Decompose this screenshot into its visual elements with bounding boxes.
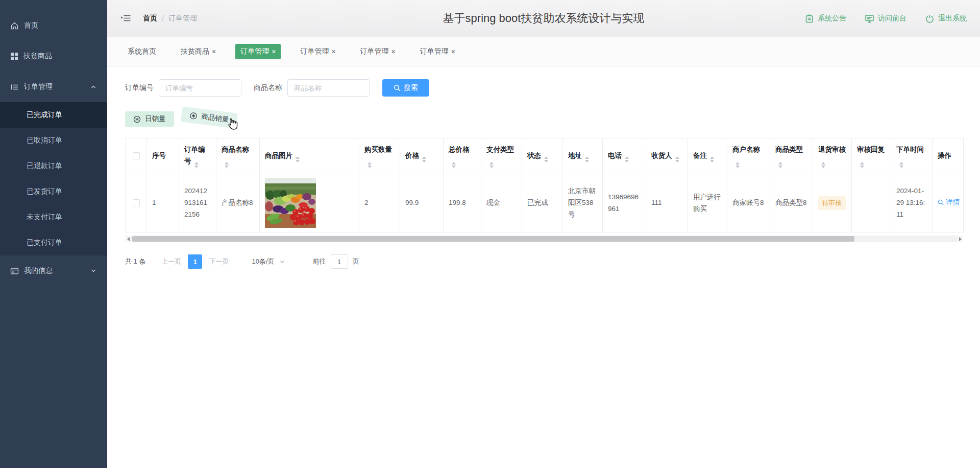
page-number-1[interactable]: 1 [188,254,202,269]
sidebar-item-orders[interactable]: 订单管理 [0,72,107,102]
logout-button[interactable]: 退出系统 [925,14,967,24]
goto-page-group: 前往 页 [313,254,359,269]
order-no-input[interactable] [159,79,241,97]
sort-icon[interactable] [489,162,494,168]
visit-frontend-button[interactable]: 访问前台 [865,14,906,24]
prev-page-button[interactable]: 上一页 [161,257,181,266]
search-button[interactable]: 搜索 [382,79,429,97]
col-image[interactable]: 商品图片 [260,138,359,174]
col-product[interactable]: 商品名称 [216,138,260,174]
page-size-select[interactable]: 10条/页 [252,257,285,266]
sort-icon[interactable] [585,156,589,162]
tab-order-management-2[interactable]: 订单管理× [295,44,340,59]
sort-icon[interactable] [625,156,629,162]
sidebar-submenu-orders: 已完成订单 已取消订单 已退款订单 已发货订单 未支付订单 已支付订单 [0,102,107,255]
topbar-actions: 系统公告 访问前台 退出系统 [804,14,967,24]
col-price[interactable]: 价格 [400,138,444,174]
goto-label: 前往 [313,257,326,266]
breadcrumb: 首页 / 订单管理 [143,14,197,23]
cell-total: 199.8 [444,174,481,232]
sidebar-collapse-icon[interactable] [120,13,132,24]
sidebar-subitem-unpaid-orders[interactable]: 未支付订单 [0,204,107,230]
sidebar-subitem-cancelled-orders[interactable]: 已取消订单 [0,128,107,153]
sidebar-subitem-refunded-orders[interactable]: 已退款订单 [0,153,107,179]
col-address[interactable]: 地址 [563,138,603,174]
col-order-no[interactable]: 订单编号 [179,138,216,174]
sort-icon[interactable] [710,156,714,162]
sidebar-subitem-paid-orders[interactable]: 已支付订单 [0,230,107,255]
cell-status: 已完成 [522,174,563,232]
sidebar-subitem-shipped-orders[interactable]: 已发货订单 [0,179,107,204]
sort-icon[interactable] [422,156,426,162]
col-order-time[interactable]: 下单时间 [891,138,933,174]
col-status[interactable]: 状态 [522,138,563,174]
scrollbar-track[interactable] [131,236,957,242]
horizontal-scrollbar[interactable] [125,236,963,242]
tab-poverty-products[interactable]: 扶贫商品× [176,44,221,59]
col-merchant[interactable]: 商户名称 [727,138,770,174]
goto-page-input[interactable] [331,254,348,269]
chevron-up-icon [90,83,97,90]
sidebar-item-products[interactable]: 扶贫商品 [0,41,107,72]
sort-icon[interactable] [296,156,300,162]
col-refund-review[interactable]: 退货审核 [813,138,852,174]
stat-buttons-row: 日销量 商品销量 [125,111,980,128]
detail-link[interactable]: 详情 [938,197,960,208]
daily-sales-button[interactable]: 日销量 [125,111,174,127]
cell-refund-review: 待审核 [813,174,852,232]
product-name-input[interactable] [287,79,370,97]
page-title: 基于spring boot扶贫助农系统设计与实现 [443,11,645,26]
sort-icon[interactable] [225,162,229,168]
col-category[interactable]: 商品类型 [770,138,813,174]
sort-icon[interactable] [675,156,679,162]
col-review-reply[interactable]: 审核回复 [852,138,891,174]
sort-icon[interactable] [368,162,372,168]
cell-product: 产品名称8 [216,174,260,232]
row-checkbox[interactable] [133,199,140,206]
col-total[interactable]: 总价格 [444,138,481,174]
tab-order-management-3[interactable]: 订单管理× [355,44,401,59]
sidebar-item-home[interactable]: 首页 [0,10,107,41]
close-icon[interactable]: × [331,48,335,55]
sort-icon[interactable] [899,162,903,168]
sidebar-subitem-completed-orders[interactable]: 已完成订单 [0,102,107,128]
sort-icon[interactable] [544,156,548,162]
col-receiver[interactable]: 收货人 [646,138,688,174]
status-badge-pending-review: 待审核 [818,196,846,210]
col-phone[interactable]: 电话 [603,138,646,174]
list-icon [10,83,19,91]
search-bar: 订单编号 商品名称 搜索 [125,79,980,97]
tab-order-management-active[interactable]: 订单管理× [235,44,281,59]
sidebar-item-label: 我的信息 [24,266,53,275]
select-all-checkbox[interactable] [133,152,140,159]
close-icon[interactable]: × [212,48,216,55]
tab-order-management-4[interactable]: 订单管理× [415,44,460,59]
card-icon [10,267,19,275]
col-qty[interactable]: 购买数量 [359,138,400,174]
next-page-button[interactable]: 下一页 [209,257,229,266]
close-icon[interactable]: × [391,48,396,55]
sort-icon[interactable] [194,162,199,168]
sort-icon[interactable] [736,162,740,168]
col-pay-type[interactable]: 支付类型 [481,138,522,174]
cell-order-no: 2024129131612156 [179,174,216,232]
sort-icon[interactable] [452,162,456,168]
sidebar-item-label: 首页 [24,21,38,30]
product-name-label: 商品名称 [254,83,282,92]
sort-icon[interactable] [778,162,782,168]
scroll-left-arrow-icon[interactable] [125,236,131,242]
col-remark[interactable]: 备注 [688,138,727,174]
breadcrumb-home[interactable]: 首页 [143,14,157,23]
sort-icon[interactable] [821,162,825,168]
scrollbar-thumb[interactable] [132,236,854,242]
chevron-down-icon [279,259,285,265]
sort-icon[interactable] [860,162,864,168]
sidebar-item-profile[interactable]: 我的信息 [0,255,107,286]
scroll-right-arrow-icon[interactable] [957,236,963,242]
product-sales-button[interactable]: 商品销量 [180,106,237,128]
system-notice-button[interactable]: 系统公告 [804,14,846,24]
close-icon[interactable]: × [451,48,455,55]
close-icon[interactable]: × [272,48,276,55]
tab-system-home[interactable]: 系统首页 [122,44,161,59]
cell-action: 详情 [933,174,964,232]
